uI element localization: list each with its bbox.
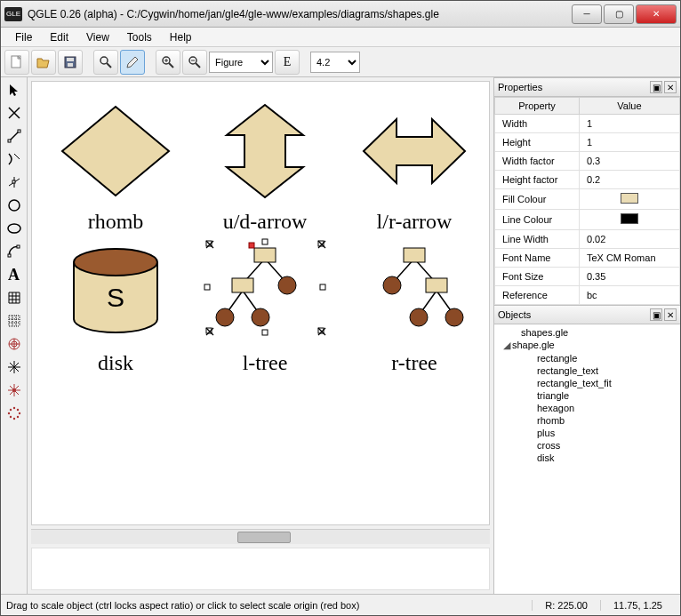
prop-header-val: Value [579, 98, 679, 115]
new-file-button[interactable] [4, 50, 29, 75]
shape-ltree[interactable]: l-tree [190, 234, 340, 375]
shape-rtree: r-tree [340, 234, 489, 375]
maximize-button[interactable]: ▢ [604, 4, 634, 24]
tree-item[interactable]: rectangle [494, 352, 680, 364]
prop-header-key: Property [495, 98, 580, 115]
minimize-button[interactable]: ─ [572, 4, 602, 24]
text-tool-icon[interactable]: A [4, 264, 25, 285]
menu-tools[interactable]: Tools [118, 29, 161, 45]
svg-point-22 [9, 200, 20, 211]
menu-file[interactable]: File [6, 29, 41, 45]
svg-rect-71 [204, 284, 210, 290]
ellipse-tool-icon[interactable] [4, 218, 25, 239]
shape-ud-arrow: u/d-arrow [190, 94, 340, 234]
properties-panel-title: Properties ▣ ✕ [494, 77, 680, 97]
figure-select[interactable]: Figure [209, 52, 273, 73]
tree-item[interactable]: cross [494, 439, 680, 452]
polar-grid-icon[interactable] [4, 333, 25, 355]
line-tool-icon[interactable] [4, 125, 25, 147]
tree-item[interactable]: rectangle_text [494, 364, 680, 377]
tree-item[interactable]: hexagon [494, 402, 680, 414]
tree-item[interactable]: triangle [494, 389, 680, 402]
color-swatch[interactable] [621, 193, 638, 204]
zoom-out-button[interactable] [182, 50, 207, 75]
shape-label: disk [98, 351, 133, 375]
menu-edit[interactable]: Edit [41, 29, 77, 45]
svg-point-54 [74, 249, 157, 276]
menubar: File Edit View Tools Help [1, 28, 680, 47]
tree-item[interactable]: shapes.gle [494, 326, 680, 339]
perp-tool-icon[interactable] [4, 172, 25, 193]
svg-point-90 [445, 308, 463, 326]
zoom-level-select[interactable]: 4.2 [310, 52, 360, 73]
property-row[interactable]: Referencebc [495, 286, 680, 305]
close-button[interactable]: ✕ [636, 4, 677, 24]
open-file-button[interactable] [31, 50, 56, 75]
canvas-area: rhomb u/d-arrow l/r-arrow [28, 77, 493, 594]
undock-icon[interactable]: ▣ [650, 81, 662, 93]
color-swatch[interactable] [621, 213, 638, 224]
svg-rect-24 [8, 254, 11, 257]
menu-help[interactable]: Help [161, 29, 201, 45]
svg-point-40 [12, 418, 14, 420]
svg-text:S: S [107, 283, 124, 312]
close-panel-icon[interactable]: ✕ [664, 81, 677, 93]
svg-rect-25 [17, 245, 20, 248]
svg-point-38 [12, 388, 16, 392]
svg-rect-73 [249, 243, 254, 248]
snap-dots-icon[interactable] [4, 403, 25, 424]
canvas[interactable]: rhomb u/d-arrow l/r-arrow [31, 81, 490, 525]
svg-point-63 [216, 308, 234, 326]
svg-point-39 [12, 407, 14, 409]
grid-tool-icon[interactable] [4, 287, 25, 308]
property-row[interactable]: Height1 [495, 133, 680, 152]
svg-rect-61 [232, 278, 253, 292]
svg-point-89 [410, 308, 428, 326]
titlebar: GLE QGLE 0.26 (alpha) - C:/Cygwin/home/j… [1, 1, 680, 28]
properties-table: Property Value Width1Height1Width factor… [494, 97, 680, 305]
line-cross-tool-icon[interactable] [4, 102, 25, 124]
zoom-in-button[interactable] [156, 50, 180, 75]
property-row[interactable]: Width factor0.3 [495, 152, 680, 171]
property-row[interactable]: Width1 [495, 115, 680, 133]
svg-point-62 [278, 276, 296, 294]
tree-item[interactable]: rectangle_text_fit [494, 377, 680, 389]
property-row[interactable]: Line Colour [495, 210, 680, 230]
svg-rect-16 [8, 140, 11, 142]
save-file-button[interactable] [58, 50, 83, 75]
svg-point-41 [7, 412, 9, 414]
close-panel-icon[interactable]: ✕ [664, 308, 677, 321]
property-row[interactable]: Line Width0.02 [495, 230, 680, 249]
objects-tree[interactable]: shapes.gle◢shape.glerectanglerectangle_t… [494, 324, 680, 594]
tree-item[interactable]: disk [494, 452, 680, 464]
edit-tool-button[interactable] [120, 50, 145, 75]
pointer-tool-icon[interactable] [4, 79, 25, 100]
property-row[interactable]: Height factor0.2 [495, 171, 680, 189]
dashed-grid-icon[interactable] [4, 310, 25, 332]
snap-cross-icon[interactable] [4, 356, 25, 378]
svg-point-46 [16, 416, 18, 418]
arc-tool-icon[interactable] [4, 241, 25, 262]
expand-icon[interactable]: ◢ [503, 340, 512, 351]
undock-icon[interactable]: ▣ [650, 308, 662, 321]
tree-item[interactable]: plus [494, 427, 680, 439]
tree-item[interactable]: ◢shape.gle [494, 339, 680, 352]
svg-rect-17 [18, 130, 20, 132]
svg-rect-86 [404, 248, 425, 262]
svg-point-44 [16, 409, 18, 411]
shape-label: rhomb [88, 210, 144, 234]
horizontal-scrollbar[interactable] [31, 529, 490, 544]
circle-tool-icon[interactable] [4, 195, 25, 216]
svg-rect-2 [67, 58, 74, 61]
property-row[interactable]: Fill Colour [495, 189, 680, 210]
menu-view[interactable]: View [77, 29, 118, 45]
tree-item[interactable]: rhomb [494, 414, 680, 427]
tangent-tool-icon[interactable] [4, 148, 25, 170]
snap-star-icon[interactable] [4, 380, 25, 401]
property-row[interactable]: Font NameTeX CM Roman [495, 249, 680, 268]
zoom-tool-button[interactable] [93, 50, 118, 75]
svg-point-43 [9, 409, 11, 411]
expression-button[interactable]: E [275, 50, 300, 75]
window-title: QGLE 0.26 (alpha) - C:/Cygwin/home/jan/g… [28, 8, 570, 20]
property-row[interactable]: Font Size0.35 [495, 268, 680, 286]
